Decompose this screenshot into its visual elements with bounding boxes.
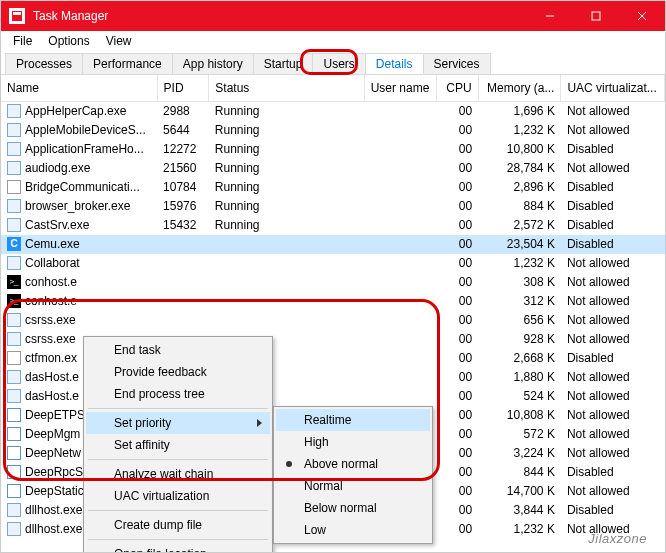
context-menu: End task Provide feedback End process tr… (83, 336, 273, 552)
cell-uac: Disabled (561, 235, 665, 254)
svg-rect-3 (592, 12, 600, 20)
process-name: DeepStatic (25, 484, 84, 498)
table-row[interactable]: AppHelperCap.exe2988Running001,696 KNot … (1, 102, 665, 121)
col-name[interactable]: Name (1, 75, 157, 102)
cell-uac: Not allowed (561, 406, 665, 425)
ctx-open-file-location[interactable]: Open file location (86, 543, 270, 552)
tab-processes[interactable]: Processes (5, 53, 83, 74)
cell-uac: Not allowed (561, 121, 665, 140)
maximize-button[interactable] (573, 1, 619, 31)
ctx-set-priority[interactable]: Set priority (86, 412, 270, 434)
cell-cpu: 00 (437, 406, 478, 425)
ctx-end-task[interactable]: End task (86, 339, 270, 361)
priority-submenu: Realtime High Above normal Normal Below … (273, 406, 433, 544)
cell-mem: 2,896 K (478, 178, 561, 197)
cell-cpu: 00 (437, 254, 478, 273)
ctx-create-dump[interactable]: Create dump file (86, 514, 270, 536)
process-name: DeepMgm (25, 427, 80, 441)
process-icon (7, 389, 21, 403)
cell-user (364, 387, 436, 406)
tab-users[interactable]: Users (312, 53, 365, 74)
col-uac[interactable]: UAC virtualizat... (561, 75, 665, 102)
priority-high[interactable]: High (276, 431, 430, 453)
ctx-separator (88, 510, 268, 511)
process-name: dasHost.e (25, 389, 79, 403)
cell-uac: Disabled (561, 501, 665, 520)
process-icon (7, 351, 21, 365)
process-icon (7, 484, 21, 498)
col-mem[interactable]: Memory (a... (478, 75, 561, 102)
cell-cpu: 00 (437, 178, 478, 197)
col-status[interactable]: Status (209, 75, 364, 102)
process-name: CastSrv.exe (25, 218, 89, 232)
cell-status: Running (209, 178, 364, 197)
cell-cpu: 00 (437, 444, 478, 463)
cell-user (364, 197, 436, 216)
close-button[interactable] (619, 1, 665, 31)
table-row[interactable]: >_conhost.e00312 KNot allowed (1, 292, 665, 311)
cell-uac: Not allowed (561, 292, 665, 311)
table-row[interactable]: Collaborat001,232 KNot allowed (1, 254, 665, 273)
ctx-end-process-tree[interactable]: End process tree (86, 383, 270, 405)
cell-mem: 10,808 K (478, 406, 561, 425)
priority-realtime[interactable]: Realtime (276, 409, 430, 431)
cell-cpu: 00 (437, 311, 478, 330)
priority-normal[interactable]: Normal (276, 475, 430, 497)
cell-mem: 844 K (478, 463, 561, 482)
col-user[interactable]: User name (364, 75, 436, 102)
tab-performance[interactable]: Performance (82, 53, 173, 74)
cell-cpu: 00 (437, 159, 478, 178)
process-icon (7, 199, 21, 213)
table-row[interactable]: AppleMobileDeviceS...5644Running001,232 … (1, 121, 665, 140)
cell-cpu: 00 (437, 102, 478, 121)
cell-status: Running (209, 121, 364, 140)
cell-pid: 2988 (157, 102, 209, 121)
ctx-analyze-wait-chain[interactable]: Analyze wait chain (86, 463, 270, 485)
cell-user (364, 349, 436, 368)
cell-mem: 28,784 K (478, 159, 561, 178)
cell-user (364, 140, 436, 159)
table-row[interactable]: browser_broker.exe15976Running00884 KDis… (1, 197, 665, 216)
cell-status: Running (209, 140, 364, 159)
cell-uac: Disabled (561, 178, 665, 197)
cell-pid: 21560 (157, 159, 209, 178)
minimize-button[interactable] (527, 1, 573, 31)
cell-uac: Not allowed (561, 330, 665, 349)
process-icon (7, 522, 21, 536)
process-name: Cemu.exe (25, 237, 80, 251)
tab-services[interactable]: Services (423, 53, 491, 74)
menu-file[interactable]: File (5, 32, 40, 50)
table-row[interactable]: csrss.exe00656 KNot allowed (1, 311, 665, 330)
svg-rect-1 (13, 12, 21, 15)
process-name: ctfmon.ex (25, 351, 77, 365)
process-table-wrap: Name PID Status User name CPU Memory (a.… (1, 75, 665, 552)
menu-options[interactable]: Options (40, 32, 97, 50)
table-row[interactable]: >_conhost.e00308 KNot allowed (1, 273, 665, 292)
table-row[interactable]: audiodg.exe21560Running0028,784 KNot all… (1, 159, 665, 178)
cell-mem: 1,232 K (478, 254, 561, 273)
col-cpu[interactable]: CPU (437, 75, 478, 102)
cell-status: Running (209, 216, 364, 235)
watermark: Jilaxzone (588, 531, 647, 546)
priority-low[interactable]: Low (276, 519, 430, 541)
cell-cpu: 00 (437, 121, 478, 140)
col-pid[interactable]: PID (157, 75, 209, 102)
table-row[interactable]: CCemu.exe0023,504 KDisabled (1, 235, 665, 254)
cell-mem: 14,700 K (478, 482, 561, 501)
cell-pid: 10784 (157, 178, 209, 197)
priority-above-normal[interactable]: Above normal (276, 453, 430, 475)
priority-below-normal[interactable]: Below normal (276, 497, 430, 519)
ctx-provide-feedback[interactable]: Provide feedback (86, 361, 270, 383)
menu-view[interactable]: View (98, 32, 140, 50)
cell-pid (157, 311, 209, 330)
table-row[interactable]: ApplicationFrameHo...12272Running0010,80… (1, 140, 665, 159)
table-row[interactable]: CastSrv.exe15432Running002,572 KDisabled (1, 216, 665, 235)
table-row[interactable]: BridgeCommunicati...10784Running002,896 … (1, 178, 665, 197)
ctx-separator (88, 459, 268, 460)
ctx-uac-virtualization[interactable]: UAC virtualization (86, 485, 270, 507)
tab-startup[interactable]: Startup (253, 53, 314, 74)
process-name: DeepNetw (25, 446, 81, 460)
tab-details[interactable]: Details (365, 53, 424, 74)
tab-app-history[interactable]: App history (172, 53, 254, 74)
ctx-set-affinity[interactable]: Set affinity (86, 434, 270, 456)
